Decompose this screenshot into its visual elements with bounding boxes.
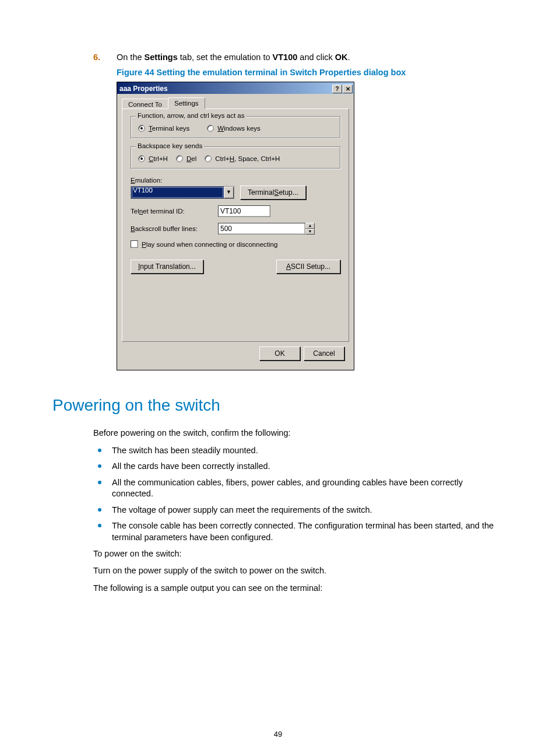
- playsound-label: Play sound when connecting or disconnect…: [142, 241, 277, 248]
- section-heading: Powering on the switch: [52, 396, 504, 415]
- bullet-icon: [98, 449, 101, 452]
- bullet-text: The voltage of power supply can meet the…: [112, 505, 372, 516]
- emulation-value[interactable]: VT100: [131, 187, 224, 198]
- intro-text: Before powering on the switch, confirm t…: [93, 428, 504, 439]
- bullet-list: The switch has been steadily mounted. Al…: [93, 445, 504, 544]
- input-translation-button[interactable]: Input Translation...: [131, 260, 203, 274]
- t: On the: [117, 52, 145, 62]
- b: Settings: [145, 52, 178, 62]
- list-item: All the cards have been correctly instal…: [93, 461, 504, 473]
- tab-settings[interactable]: Settings: [168, 97, 205, 109]
- radio-del[interactable]: Del: [176, 155, 196, 162]
- radio-label: indows keys: [224, 125, 261, 132]
- backscroll-label: Backscroll buffer lines:: [131, 225, 212, 232]
- fieldset-function-keys: Function, arrow, and ctrl keys act as Te…: [131, 116, 340, 138]
- properties-dialog: aaa Properties ? ✕ Connect To Settings F…: [117, 82, 354, 370]
- legend: Backspace key sends: [136, 142, 204, 149]
- bullet-icon: [98, 508, 101, 512]
- ascii-setup-button[interactable]: ASCII Setup...: [276, 260, 340, 274]
- bullet-text: The console cable has been correctly con…: [112, 520, 504, 543]
- backscroll-input[interactable]: [218, 223, 305, 235]
- page-number: 49: [0, 730, 556, 738]
- b: OK: [335, 52, 348, 62]
- paragraph: The following is a sample output you can…: [93, 583, 504, 594]
- cancel-button[interactable]: Cancel: [304, 346, 344, 360]
- list-item: The console cable has been correctly con…: [93, 520, 504, 543]
- dropdown-icon[interactable]: ▼: [224, 187, 234, 198]
- spinner-down-icon[interactable]: ▼: [305, 229, 315, 235]
- radio-icon: [207, 125, 214, 132]
- t: .: [348, 52, 350, 62]
- figure-caption: Figure 44 Setting the emulation terminal…: [117, 68, 504, 77]
- bullet-text: The switch has been steadily mounted.: [112, 445, 258, 457]
- list-item: The voltage of power supply can meet the…: [93, 505, 504, 516]
- dialog-title: aaa Properties: [119, 85, 332, 93]
- list-item: All the communication cables, fibers, po…: [93, 477, 504, 500]
- legend: Function, arrow, and ctrl keys act as: [136, 112, 246, 119]
- radio-icon: [205, 155, 212, 162]
- emulation-label: Emulation:: [131, 177, 340, 184]
- emulation-combo[interactable]: VT100 ▼: [131, 186, 234, 199]
- dialog-titlebar: aaa Properties ? ✕: [117, 82, 354, 94]
- step-text: On the Settings tab, set the emulation t…: [117, 52, 504, 62]
- radio-icon: [138, 125, 145, 132]
- radio-terminal-keys[interactable]: Terminal keys: [138, 125, 189, 132]
- help-button[interactable]: ?: [332, 85, 342, 93]
- spinner-up-icon[interactable]: ▲: [305, 223, 315, 229]
- bullet-text: All the communication cables, fibers, po…: [112, 477, 504, 500]
- step-6: 6. On the Settings tab, set the emulatio…: [93, 52, 504, 62]
- paragraph: To power on the switch:: [93, 548, 504, 560]
- bullet-icon: [98, 481, 101, 484]
- playsound-checkbox[interactable]: [131, 240, 138, 248]
- list-item: The switch has been steadily mounted.: [93, 445, 504, 457]
- fieldset-backspace: Backspace key sends Ctrl+H Del Ctrl+H: [131, 146, 340, 169]
- backscroll-spinner[interactable]: ▲ ▼: [218, 223, 315, 235]
- terminal-setup-button[interactable]: Terminal Setup...: [240, 186, 306, 200]
- radio-icon: [138, 155, 145, 162]
- bullet-icon: [98, 464, 101, 468]
- t: tab, set the emulation to: [178, 52, 273, 62]
- radio-label: erminal keys: [152, 125, 190, 132]
- step-number: 6.: [93, 52, 105, 62]
- bullet-icon: [98, 524, 101, 527]
- ok-button[interactable]: OK: [259, 346, 300, 360]
- radio-ctrl-h-space[interactable]: Ctrl+H, Space, Ctrl+H: [205, 155, 280, 162]
- t: and click: [297, 52, 335, 62]
- radio-ctrl-h[interactable]: Ctrl+H: [138, 155, 168, 162]
- close-button[interactable]: ✕: [343, 85, 353, 93]
- paragraph: Turn on the power supply of the switch t…: [93, 565, 504, 577]
- telnet-id-input[interactable]: [218, 205, 270, 217]
- bullet-text: All the cards have been correctly instal…: [112, 461, 270, 473]
- radio-windows-keys[interactable]: Windows keys: [207, 125, 261, 132]
- b: VT100: [273, 52, 298, 62]
- telnet-label: Telnet terminal ID:: [131, 208, 212, 215]
- radio-icon: [176, 155, 183, 162]
